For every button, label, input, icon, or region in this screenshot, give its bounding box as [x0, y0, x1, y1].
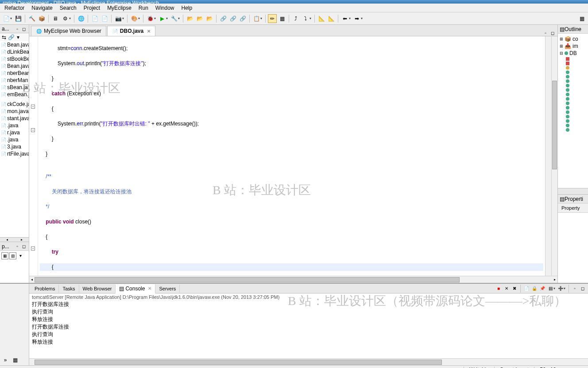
tb-btn-j1[interactable]: ⤴	[291, 14, 300, 23]
file-item[interactable]: Bean.java	[0, 41, 29, 48]
tb-btn-g2[interactable]: 📂	[195, 14, 204, 23]
tb-btn-j2[interactable]: ⤵	[301, 14, 310, 23]
outline-member[interactable]	[559, 114, 587, 119]
run-ext-button[interactable]: 🔧	[170, 14, 178, 23]
tb-btn-i1[interactable]: 📋	[252, 14, 261, 23]
file-item[interactable]: .java	[0, 122, 29, 129]
outline-item[interactable]: ⊞📥im	[559, 43, 587, 50]
file-item[interactable]: emBean.j	[0, 91, 29, 98]
tb-btn-toggle2[interactable]: ▦	[278, 14, 286, 23]
tool-btn-3[interactable]: 📄	[90, 14, 99, 23]
view-menu-icon[interactable]: ▾	[15, 34, 21, 40]
fold-node[interactable]: −	[31, 105, 35, 109]
menu-navigate[interactable]: Navigate	[28, 4, 56, 12]
tool-btn-4[interactable]: 📄	[100, 14, 109, 23]
tool-btn-1[interactable]: 🔨	[27, 14, 36, 23]
server-button[interactable]: ⚙	[61, 14, 70, 23]
editor-hscroll[interactable]: ◂ ▸	[29, 276, 557, 283]
link-editor-icon[interactable]: 🔗	[8, 34, 14, 40]
file-item[interactable]: r.java	[0, 129, 29, 136]
file-item[interactable]: mon.java	[0, 108, 29, 115]
outline-hscroll[interactable]	[558, 188, 588, 194]
outline-member[interactable]	[559, 97, 587, 101]
editor-vscroll[interactable]	[551, 36, 557, 276]
outline-sort-icon[interactable]: ▨	[9, 252, 16, 259]
open-console-icon[interactable]: ➕	[557, 285, 564, 292]
tb-btn-h2[interactable]: 🔗	[228, 14, 237, 23]
code-content[interactable]: stmt=conn.createStatement(); System.out.…	[38, 36, 545, 276]
fold-node[interactable]: −	[31, 247, 35, 251]
file-item[interactable]: sBean.ja	[0, 84, 29, 91]
close-console-icon[interactable]: ✕	[148, 286, 151, 291]
maximize-console-icon[interactable]: ◻	[579, 285, 586, 292]
overview-ruler[interactable]	[545, 36, 551, 276]
outline-member[interactable]	[559, 57, 587, 61]
outline-panel-tab[interactable]: p... ▫ ◻	[0, 242, 29, 251]
clear-console-icon[interactable]: 📄	[523, 285, 530, 292]
remove-all-icon[interactable]: ✖	[511, 285, 518, 292]
outline-member[interactable]	[559, 128, 587, 132]
remove-launch-icon[interactable]: ✕	[503, 285, 510, 292]
outline-view[interactable]: ⊞📦co ⊞📥im ⊟DB	[558, 34, 588, 188]
new-button[interactable]: 📄	[2, 14, 11, 23]
run-button[interactable]: ▶	[158, 14, 166, 23]
outline-member[interactable]	[559, 123, 587, 128]
fold-node[interactable]: −	[31, 128, 35, 132]
minimize-icon[interactable]: ▫	[14, 243, 20, 250]
outline-member[interactable]	[559, 106, 587, 110]
file-item[interactable]: stBookBe	[0, 55, 29, 63]
properties-header[interactable]: ▤ Properti	[558, 195, 588, 204]
file-item[interactable]: stant.java	[0, 115, 29, 122]
browser-button[interactable]: 🌐	[77, 14, 85, 23]
pin-console-icon[interactable]: 📌	[539, 285, 546, 292]
tb-btn-k1[interactable]: 📐	[317, 14, 326, 23]
file-item[interactable]: dLinkBea	[0, 48, 29, 55]
outline-member[interactable]	[559, 74, 587, 79]
menu-myeclipse[interactable]: MyEclipse	[104, 4, 135, 12]
menu-help[interactable]: Help	[178, 4, 196, 12]
scroll-lock-icon[interactable]: 🔒	[531, 285, 538, 292]
outline-member[interactable]	[559, 101, 587, 106]
perspective-button[interactable]: ▦	[577, 14, 586, 23]
outline-item[interactable]: ⊞📦co	[559, 35, 587, 43]
menu-search[interactable]: Search	[56, 4, 80, 12]
tab-console[interactable]: ▤ Console ✕	[116, 284, 155, 294]
close-tab-icon[interactable]: ✕	[147, 29, 151, 34]
display-console-icon[interactable]: ▤	[547, 285, 554, 292]
outline-member[interactable]	[559, 110, 587, 114]
camera-button[interactable]: 📷	[114, 14, 123, 23]
outline-item[interactable]: ⊟DB	[559, 50, 587, 57]
fold-gutter[interactable]: − − −	[29, 36, 38, 276]
console-output[interactable]: 打开数据库连接 执行查询 释放连接 打开数据库连接 执行查询 释放连接	[29, 301, 588, 358]
outline-member[interactable]	[559, 119, 587, 123]
tab-servers[interactable]: Servers	[155, 285, 180, 293]
deploy-button[interactable]: 🖥	[51, 14, 60, 23]
file-item[interactable]: .java	[0, 136, 29, 143]
outline-member[interactable]	[559, 79, 587, 83]
back-button[interactable]: ⬅	[340, 14, 349, 23]
forward-button[interactable]: ➡	[352, 14, 361, 23]
paint-button[interactable]: 🎨	[130, 14, 139, 23]
console-hscroll[interactable]	[29, 358, 588, 365]
menu-refactor[interactable]: Refactor	[1, 4, 28, 12]
tb-btn-toggle1[interactable]: ✏	[268, 14, 277, 23]
minimize-console-icon[interactable]: ▫	[571, 285, 578, 292]
outline-member[interactable]	[559, 61, 587, 66]
tab-problems[interactable]: Problems	[31, 285, 59, 293]
outline-member[interactable]	[559, 88, 587, 92]
outline-filter-icon[interactable]: ▦	[1, 252, 8, 259]
tool-btn-2[interactable]: 📦	[37, 14, 46, 23]
code-editor[interactable]: − − − stmt=conn.createStatement(); Syste…	[29, 36, 557, 276]
tab-dbo-java[interactable]: 📄 DBO.java ✕	[107, 26, 155, 36]
maximize-view-icon[interactable]: ◻	[21, 26, 27, 32]
tab-tasks[interactable]: Tasks	[59, 285, 79, 293]
package-list[interactable]: Bean.java dLinkBea stBookBe Bean.java nb…	[0, 41, 29, 237]
tab-webbrowser[interactable]: Web Browser	[79, 285, 116, 293]
file-item[interactable]: Bean.java	[0, 63, 29, 70]
tb-btn-g1[interactable]: 📂	[186, 14, 194, 23]
outline-member[interactable]	[559, 92, 587, 97]
menu-run[interactable]: Run	[135, 4, 152, 12]
maximize-editor-icon[interactable]: ◻	[549, 30, 556, 36]
file-item[interactable]: nberMan	[0, 77, 29, 84]
package-explorer-tab[interactable]: a... ▫ ◻	[0, 25, 29, 33]
